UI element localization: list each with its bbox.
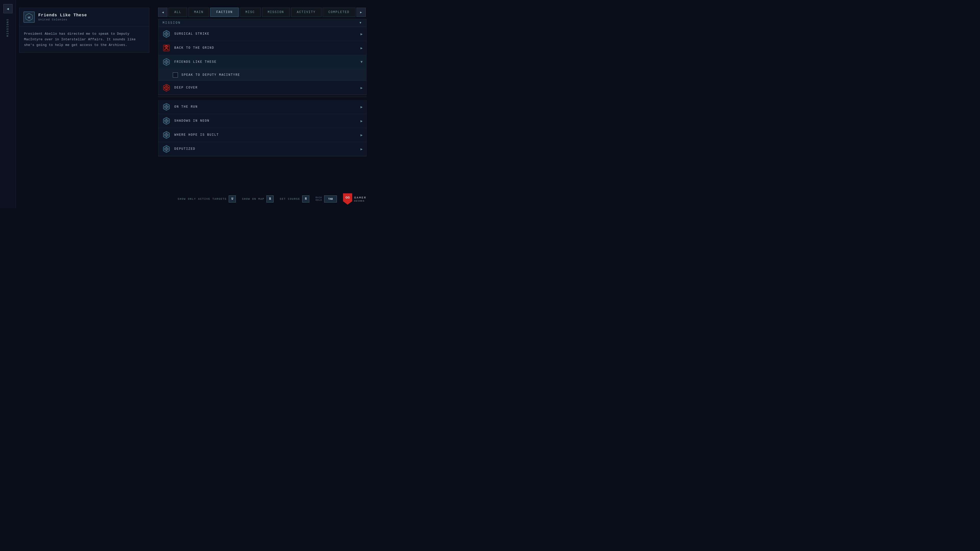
mission-title-block: Friends Like These United Colonies xyxy=(38,13,87,21)
mission-arrow-deep-cover: ▶ xyxy=(361,86,363,90)
mission-row-shadows-in-neon[interactable]: SHADOWS IN NEON ▶ xyxy=(159,114,366,128)
back-action: BACK HOLD TAB xyxy=(315,195,337,203)
mission-name-deputized: DEPUTIZED xyxy=(174,147,357,151)
mission-icon-deep-cover xyxy=(162,83,171,92)
right-panel: ◀ ALL MAIN FACTION MISC MISSION ACTIVITY… xyxy=(158,8,366,156)
mission-row-on-the-run[interactable]: ON THE RUN ▶ xyxy=(159,100,366,114)
tab-activity[interactable]: ACTIVITY xyxy=(291,8,321,17)
mission-arrow-back-to-grind: ▶ xyxy=(361,46,363,50)
tab-mission[interactable]: MISSION xyxy=(262,8,290,17)
mission-name-shadows-in-neon: SHADOWS IN NEON xyxy=(174,119,357,123)
show-targets-action: SHOW ONLY ACTIVE TARGETS U xyxy=(178,195,236,203)
svg-rect-9 xyxy=(165,45,167,46)
tab-nav-right-btn[interactable]: ▶ xyxy=(356,8,366,17)
show-map-label: SHOW ON MAP xyxy=(242,198,264,200)
section-divider xyxy=(158,97,366,97)
tab-faction[interactable]: FACTION xyxy=(210,8,239,17)
mission-list-2: ON THE RUN ▶ SHADOWS IN NEON ▶ xyxy=(158,100,366,156)
mission-icon-cf xyxy=(162,44,171,52)
tab-completed[interactable]: COMPLETED xyxy=(323,8,355,17)
mission-row-friends-like-these[interactable]: FRIENDS LIKE THESE ▼ xyxy=(159,55,366,69)
section-label: MISSION xyxy=(162,21,181,25)
mission-row-deep-cover[interactable]: DEEP COVER ▶ xyxy=(159,81,366,95)
mission-name-deep-cover: DEEP COVER xyxy=(174,86,357,89)
gg-logo-icon: GG xyxy=(343,193,352,205)
mission-name-where-hope-is-built: WHERE HOPE IS BUILT xyxy=(174,133,357,137)
show-targets-key[interactable]: U xyxy=(229,195,236,203)
mission-arrow-shadows-in-neon: ▶ xyxy=(361,119,363,123)
set-course-action: SET COURSE R xyxy=(280,195,309,203)
set-course-key[interactable]: R xyxy=(302,195,309,203)
section-dropdown-icon[interactable]: ▼ xyxy=(360,21,362,25)
svg-text:UC: UC xyxy=(28,16,30,19)
mission-icon-shadows-in-neon xyxy=(162,117,171,125)
gg-title: GAMER xyxy=(354,196,366,200)
section-header: MISSION ▼ xyxy=(158,19,366,27)
mission-name: Friends Like These xyxy=(38,13,87,17)
mission-row-deputized[interactable]: DEPUTIZED ▶ xyxy=(159,142,366,156)
mission-arrow-on-the-run: ▶ xyxy=(361,105,363,109)
mission-description: President Abello has directed me to spea… xyxy=(19,27,149,52)
subtask-checkbox[interactable] xyxy=(173,73,178,78)
svg-marker-34 xyxy=(343,193,352,205)
mission-faction: United Colonies xyxy=(38,18,87,21)
show-map-action: SHOW ON MAP B xyxy=(242,195,274,203)
sidebar: ◀ MISSIONS xyxy=(0,0,16,208)
mission-faction-icon: UC xyxy=(24,11,35,23)
set-course-label: SET COURSE xyxy=(280,198,300,200)
mission-name-friends-like-these: FRIENDS LIKE THESE xyxy=(174,60,357,64)
mission-header: UC Friends Like These United Colonies xyxy=(19,8,149,27)
hold-label: HOLD xyxy=(315,199,322,202)
sidebar-label: MISSIONS xyxy=(6,18,9,37)
show-targets-label: SHOW ONLY ACTIVE TARGETS xyxy=(178,198,227,200)
mission-detail-panel: UC Friends Like These United Colonies Pr… xyxy=(19,8,149,53)
sidebar-collapse-btn[interactable]: ◀ xyxy=(3,4,13,13)
bottom-bar: SHOW ONLY ACTIVE TARGETS U SHOW ON MAP B… xyxy=(0,193,372,205)
mission-arrow-surgical-strike: ▶ xyxy=(361,32,363,36)
tab-nav-left-btn[interactable]: ◀ xyxy=(158,8,167,17)
mission-name-back-to-grind: BACK TO THE GRIND xyxy=(174,46,357,50)
gg-subtitle: GUIDES xyxy=(354,200,366,202)
mission-arrow-where-hope-is-built: ▶ xyxy=(361,133,363,137)
back-key[interactable]: TAB xyxy=(324,195,337,203)
tab-main[interactable]: MAIN xyxy=(188,8,210,17)
back-hold-block: BACK HOLD xyxy=(315,197,322,202)
subtask-label: SPEAK TO DEPUTY MACINTYRE xyxy=(181,73,240,77)
mission-icon-deputized xyxy=(162,144,171,153)
show-map-key[interactable]: B xyxy=(266,195,274,203)
mission-row-surgical-strike[interactable]: SURGICAL STRIKE ▶ xyxy=(159,27,366,41)
svg-text:GG: GG xyxy=(345,196,350,199)
tab-bar: ◀ ALL MAIN FACTION MISC MISSION ACTIVITY… xyxy=(158,8,366,17)
mission-arrow-deputized: ▶ xyxy=(361,147,363,151)
mission-list: SURGICAL STRIKE ▶ BACK TO THE GRIND ▶ xyxy=(158,27,366,95)
back-label: BACK xyxy=(315,197,322,199)
mission-row-back-to-grind[interactable]: BACK TO THE GRIND ▶ xyxy=(159,41,366,55)
tab-misc[interactable]: MISC xyxy=(240,8,261,17)
mission-icon-uc xyxy=(162,30,171,38)
mission-icon-on-the-run xyxy=(162,103,171,111)
mission-arrow-friends-like-these: ▼ xyxy=(361,60,363,64)
mission-name-on-the-run: ON THE RUN xyxy=(174,105,357,109)
mission-row-where-hope-is-built[interactable]: WHERE HOPE IS BUILT ▶ xyxy=(159,128,366,142)
tab-all[interactable]: ALL xyxy=(169,8,187,17)
mission-name-surgical-strike: SURGICAL STRIKE xyxy=(174,32,357,36)
mission-icon-friends xyxy=(162,58,171,66)
mission-icon-where-hope-is-built xyxy=(162,130,171,139)
subtask-row-speak-to-deputy[interactable]: SPEAK TO DEPUTY MACINTYRE xyxy=(159,69,366,81)
gamer-guides-logo: GG GAMER GUIDES xyxy=(343,193,366,205)
